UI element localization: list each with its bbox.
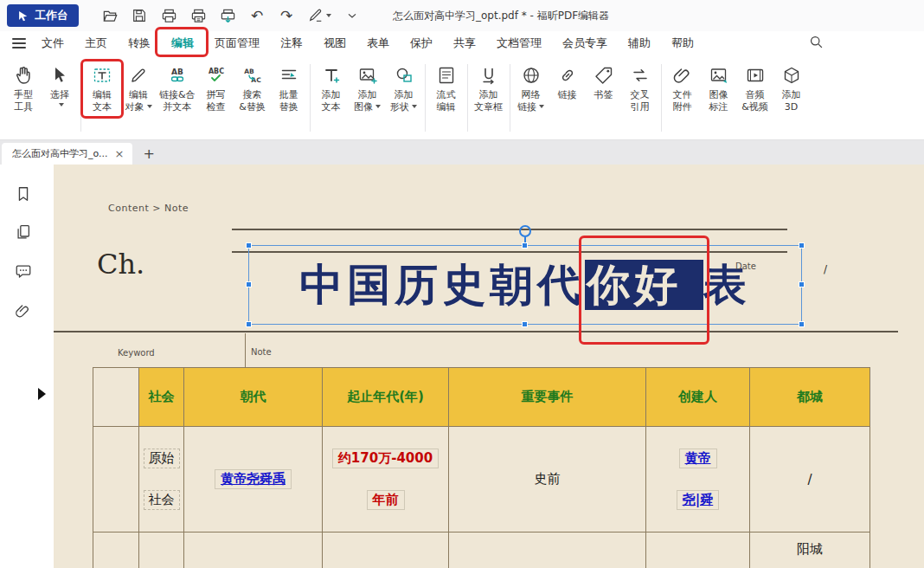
tool-link[interactable]: 链接 — [549, 62, 586, 103]
tool-search-replace[interactable]: ABAC 搜索&替换 — [234, 62, 271, 115]
save-button[interactable] — [127, 4, 151, 27]
menu-form[interactable]: 表单 — [356, 31, 400, 55]
menu-protect[interactable]: 保护 — [400, 31, 443, 55]
note-rule-line — [232, 229, 787, 230]
menu-member-exclusive[interactable]: 会员专享 — [552, 31, 618, 55]
chevron-down-icon — [345, 9, 359, 23]
resize-handle-s[interactable] — [522, 321, 528, 327]
heading-selected-text[interactable]: 你好 — [585, 260, 703, 310]
ribbon-toolbar: 手型工具 选择 编辑文本 编辑对象 AB 链接&合并文本 ABC 拼写检查 AB… — [0, 55, 924, 140]
tool-add-3d[interactable]: 添加3D — [773, 62, 810, 115]
date-value: / — [824, 263, 827, 275]
search-icon — [809, 35, 824, 49]
batch-print-button[interactable] — [186, 4, 210, 27]
new-tab-button[interactable]: + — [143, 145, 154, 162]
open-file-button[interactable] — [98, 4, 122, 27]
tool-file-attachment[interactable]: 文件附件 — [664, 62, 701, 115]
tool-add-image[interactable]: 添加图像 — [350, 62, 386, 115]
left-panel — [0, 165, 54, 568]
panel-bookmarks-button[interactable] — [13, 184, 34, 204]
svg-text:ABC: ABC — [208, 68, 223, 75]
heading-underline — [54, 331, 898, 332]
print-button[interactable] — [157, 4, 181, 27]
document-tab-label: 怎么面对高中学习_o... — [12, 147, 108, 160]
tool-flow-edit[interactable]: 流式编辑 — [428, 62, 465, 115]
panel-pages-button[interactable] — [13, 222, 34, 242]
hamburger-menu-icon[interactable] — [12, 36, 26, 51]
tool-image-annotation[interactable]: 图像标注 — [701, 62, 737, 115]
tool-add-shape[interactable]: 添加形状 — [386, 62, 422, 115]
menubar: 文件 主页 转换 编辑 页面管理 注释 视图 表单 保护 共享 文档管理 会员专… — [0, 31, 924, 55]
tool-select[interactable]: 选择 — [42, 62, 78, 108]
tool-cross-reference[interactable]: 交叉引用 — [622, 62, 658, 115]
tool-batch-replace[interactable]: 批量替换 — [271, 62, 307, 115]
tool-link-merge-text[interactable]: AB 链接&合并文本 — [157, 62, 198, 115]
menu-comment[interactable]: 注释 — [270, 31, 313, 55]
dynasty-link[interactable]: 黄帝尧舜禹 — [215, 469, 292, 489]
search-button[interactable] — [809, 35, 824, 53]
panel-attachments-button[interactable] — [13, 300, 34, 321]
tool-add-text[interactable]: 添加文本 — [313, 62, 350, 115]
table-header-event: 重要事件 — [449, 368, 646, 427]
ribbon-divider — [425, 64, 426, 132]
cube-icon — [780, 64, 803, 87]
dropdown-arrow-icon — [375, 105, 381, 108]
hand-icon — [12, 64, 35, 87]
tool-bookmark[interactable]: 书签 — [586, 62, 622, 103]
workspace-button[interactable]: 工作台 — [7, 4, 79, 27]
resize-handle-ne[interactable] — [799, 242, 805, 248]
menu-view[interactable]: 视图 — [313, 31, 356, 55]
menu-accessibility[interactable]: 辅助 — [618, 31, 661, 55]
document-title: 怎么面对高中学习_opt.pdf * - 福昕PDF编辑器 — [393, 0, 609, 31]
table-cell-founder-2 — [646, 532, 750, 568]
undo-icon: ↶ — [251, 9, 263, 23]
resize-handle-sw[interactable] — [246, 321, 252, 327]
tool-hand[interactable]: 手型工具 — [5, 62, 42, 115]
expand-panel-handle[interactable] — [38, 388, 46, 400]
document-heading[interactable]: 中国历史朝代你好 表 — [299, 256, 750, 314]
tool-spell-check[interactable]: ABC 拼写检查 — [198, 62, 234, 115]
tool-add-article-box[interactable]: 添加文章框 — [471, 62, 507, 115]
dropdown-arrow-icon — [412, 105, 417, 108]
add-image-icon — [356, 64, 379, 87]
resize-handle-se[interactable] — [799, 321, 805, 327]
resize-handle-w[interactable] — [246, 281, 252, 287]
resize-handle-n[interactable] — [522, 242, 528, 248]
tool-edit-text[interactable]: 编辑文本 — [84, 62, 120, 115]
menu-help[interactable]: 帮助 — [661, 31, 704, 55]
quick-print-button[interactable] — [215, 4, 240, 27]
sign-tool-button[interactable] — [304, 4, 335, 27]
folder-open-icon — [102, 8, 119, 24]
collapse-toolbar-button[interactable] — [340, 4, 364, 27]
menu-convert[interactable]: 转换 — [118, 31, 161, 55]
rotate-handle[interactable] — [519, 225, 531, 237]
menu-document-management[interactable]: 文档管理 — [486, 31, 552, 55]
panel-comments-button[interactable] — [13, 261, 34, 281]
tool-edit-object[interactable]: 编辑对象 — [120, 62, 157, 115]
workspace-label: 工作台 — [35, 8, 68, 23]
menu-file[interactable]: 文件 — [31, 31, 74, 55]
foxit-pdf-editor-window: 工作台 ↶ ↷ — [0, 0, 924, 568]
tool-audio-video[interactable]: 音频&视频 — [737, 62, 773, 115]
search-replace-icon: ABAC — [241, 64, 264, 87]
text-object-selection-box[interactable]: 中国历史朝代你好 表 — [248, 245, 802, 325]
resize-handle-e[interactable] — [799, 281, 805, 287]
tool-web-link[interactable]: 网络链接 — [513, 62, 549, 115]
save-icon — [132, 8, 147, 23]
menu-share[interactable]: 共享 — [443, 31, 486, 55]
document-tab[interactable]: 怎么面对高中学习_o... × — [2, 143, 132, 165]
table-header-period: 起止年代(年) — [323, 368, 449, 427]
founder-link-1[interactable]: 黄帝 — [679, 449, 717, 468]
founder-link-2[interactable]: 尧|舜 — [677, 490, 719, 510]
spell-check-icon: ABC — [205, 64, 228, 87]
close-tab-icon[interactable]: × — [115, 147, 125, 160]
table-cell-founder: 黄帝 尧|舜 — [646, 427, 750, 532]
menu-page-management[interactable]: 页面管理 — [204, 31, 270, 55]
resize-handle-nw[interactable] — [246, 242, 252, 248]
heading-text-before: 中国历史朝代 — [299, 260, 585, 310]
cross-reference-icon — [629, 64, 651, 87]
redo-button[interactable]: ↷ — [274, 4, 298, 27]
menu-edit[interactable]: 编辑 — [161, 31, 204, 55]
menu-home[interactable]: 主页 — [74, 31, 118, 55]
undo-button[interactable]: ↶ — [245, 4, 269, 27]
